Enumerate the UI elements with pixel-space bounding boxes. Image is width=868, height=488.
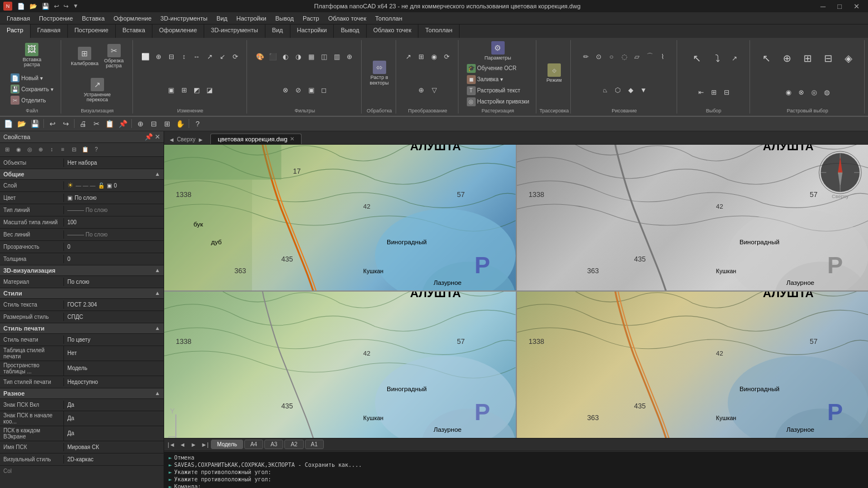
ribbon-tab-vid[interactable]: Вид [265,24,290,38]
vp-nav-prev[interactable]: ◄ [169,136,175,143]
pt-btn-7[interactable]: ⊟ [69,145,79,155]
filter-icon-11[interactable]: ▣ [305,84,317,96]
change-icon-9[interactable]: ▣ [165,84,177,96]
filter-icon-4[interactable]: ◑ [292,51,304,63]
ribbon-btn-params[interactable]: ⚙ Параметры [482,40,514,62]
select-icon-6[interactable]: ⊟ [721,86,733,98]
select-icon-1[interactable]: ↖ [687,48,707,68]
draw-icon-1[interactable]: ✏ [580,51,592,63]
filter-icon-1[interactable]: 🎨 [254,51,266,63]
ribbon-tab-vstavka[interactable]: Вставка [116,24,152,38]
draw-icon-2[interactable]: ⊙ [593,51,605,63]
menu-oformlenie[interactable]: Оформление [109,14,156,23]
filter-icon-7[interactable]: ▥ [331,51,343,63]
filter-icon-9[interactable]: ⊗ [279,84,292,96]
transform-icon-1[interactable]: ↗ [402,51,415,63]
menu-rastr[interactable]: Растр [298,14,324,23]
toolbar-open[interactable]: 📂 [16,117,28,130]
qa-redo[interactable]: ↪ [62,3,70,10]
maximize-button[interactable]: □ [831,0,848,12]
pt-btn-8[interactable]: 📋 [80,145,90,155]
select-icon-2[interactable]: ⤵ [708,48,728,68]
props-3d-header[interactable]: 3D-визуализация ▲ [0,265,164,276]
change-icon-1[interactable]: ⬜ [140,51,152,63]
sheet-tab-model[interactable]: Модель [211,440,243,449]
sheet-tab-a1[interactable]: А1 [305,440,324,449]
pt-btn-1[interactable]: ⊞ [2,145,12,155]
menu-vstavka[interactable]: Вставка [77,14,109,23]
ribbon-tab-oformlenie[interactable]: Оформление [152,24,204,38]
ribbon-tab-topollan[interactable]: Тополлан [418,24,460,38]
ribbon-btn-raster2vector[interactable]: ⬄ Растр ввекторы [368,60,391,87]
change-icon-2[interactable]: ⊕ [152,51,165,63]
sheet-nav-prev[interactable]: ◄ [177,440,188,450]
toolbar-zoom-in[interactable]: ⊕ [134,117,146,130]
ribbon-tab-rastr[interactable]: Растр [0,24,31,38]
draw-icon-6[interactable]: ⌒ [644,51,656,63]
ribbon-btn-deskew[interactable]: ↗ Устранениеперекоса [81,77,113,105]
viewport-tl[interactable]: АЛУШТА Малый Маяк Виноградный Кушкан Лаз… [164,145,516,291]
pt-btn-6[interactable]: ≡ [58,145,68,155]
change-icon-3[interactable]: ⊟ [165,51,177,63]
qa-save[interactable]: 💾 [40,3,51,10]
props-styles-header[interactable]: Стили ▲ [0,288,164,299]
ribbon-btn-mode[interactable]: ⟐ Режим [544,62,564,85]
toolbar-print[interactable]: 🖨 [77,117,89,130]
ribbon-btn-ocr[interactable]: 🎓 Обучение OCR [465,63,532,73]
viewport-bl[interactable]: АЛУШТА Малый Маяк Виноградный Кушкан Лаз… [164,292,516,438]
change-icon-10[interactable]: ⊞ [178,84,190,96]
menu-nastroyki[interactable]: Настройки [232,14,271,23]
draw-icon-4[interactable]: ◌ [618,51,630,63]
viewport-tr[interactable]: АЛУШТА Малый Маяк Виноградный Кушкан Лаз… [517,145,869,291]
filter-icon-5[interactable]: ▦ [305,51,317,63]
filter-icon-12[interactable]: ◻ [318,84,330,96]
toolbar-zoom-out[interactable]: ⊟ [147,117,160,130]
toolbar-undo[interactable]: ↩ [46,117,58,130]
ribbon-btn-fill[interactable]: ◼ Заливка ▾ [465,75,532,85]
change-icon-5[interactable]: ↔ [191,51,203,63]
draw-icon-7[interactable]: ⌇ [657,51,669,63]
toolbar-redo[interactable]: ↪ [60,117,72,130]
change-icon-12[interactable]: ◪ [204,84,216,96]
ribbon-tab-glavnaya[interactable]: Главная [31,24,68,38]
props-pin[interactable]: 📌 [145,133,153,141]
filter-icon-2[interactable]: ⬛ [267,51,279,63]
menu-oblako[interactable]: Облако точек [324,14,371,23]
toolbar-paste[interactable]: 📌 [117,117,129,130]
select-icon-4[interactable]: ⇤ [695,86,707,98]
ribbon-btn-rastertext[interactable]: T Растровый текст [465,86,532,96]
toolbar-pan[interactable]: ✋ [174,117,186,130]
viewport-br[interactable]: АЛУШТА Малый Маяк Виноградный Кушкан Лаз… [517,292,869,438]
toolbar-new[interactable]: 📄 [2,117,14,130]
draw-icon-9[interactable]: ⬡ [611,84,624,96]
menu-vid[interactable]: Вид [212,14,232,23]
toolbar-save[interactable]: 💾 [29,117,41,130]
change-icon-4[interactable]: ↕ [178,51,190,63]
menu-glavnaya[interactable]: Главная [2,14,34,23]
transform-icon-5[interactable]: ⊕ [415,84,427,96]
props-print-header[interactable]: Стиль печати ▲ [0,323,164,334]
sheet-nav-next[interactable]: ► [189,440,199,450]
rsel-icon-9[interactable]: ◍ [821,86,833,98]
sheet-nav-last[interactable]: ►| [200,440,210,450]
ribbon-btn-new[interactable]: 📄 Новый ▾ [8,73,55,83]
rsel-icon-5[interactable]: ◈ [839,48,859,68]
pt-btn-4[interactable]: ⊕ [36,145,46,155]
qa-open[interactable]: 📂 [28,3,39,10]
select-icon-5[interactable]: ⊞ [708,86,720,98]
transform-icon-2[interactable]: ⊞ [415,51,427,63]
doc-tab-main[interactable]: цветовая коррекция.dwg ✕ [210,134,302,144]
sheet-tab-a2[interactable]: А2 [284,440,303,449]
filter-icon-6[interactable]: ◫ [318,51,330,63]
ribbon-btn-snapset[interactable]: ◎ Настройки привязки [465,97,532,107]
rsel-icon-7[interactable]: ⊗ [795,86,807,98]
ribbon-tab-3d[interactable]: 3D-инструменты [204,24,265,38]
ribbon-btn-crop[interactable]: ✂ Обрезкарастра [102,43,126,71]
rsel-icon-1[interactable]: ↖ [756,48,776,68]
toolbar-zoom-fit[interactable]: ⊞ [161,117,173,130]
minimize-button[interactable]: ─ [815,0,831,12]
qa-new[interactable]: 📄 [16,3,27,10]
sheet-tab-a3[interactable]: А3 [264,440,283,449]
toolbar-help[interactable]: ? [191,117,204,130]
menu-postroenie[interactable]: Построение [34,14,77,23]
